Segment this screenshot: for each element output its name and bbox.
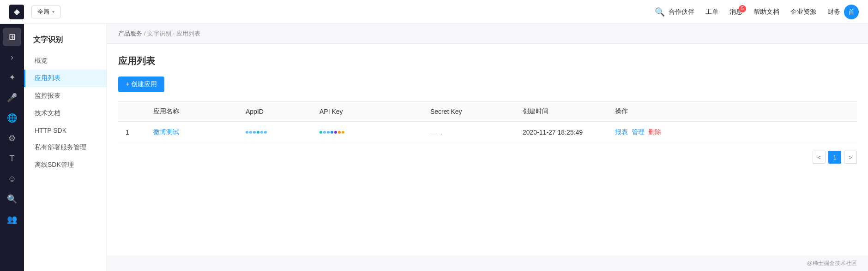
dot: [334, 131, 337, 134]
row-secretkey: — .: [423, 122, 515, 143]
row-app-name: 微博测试: [146, 122, 238, 143]
appid-masked: [246, 131, 305, 134]
breadcrumb: 产品服务 / 文字识别 - 应用列表: [107, 24, 868, 44]
action-delete[interactable]: 删除: [648, 128, 661, 136]
sidebar-icon-people[interactable]: 👥: [3, 210, 21, 229]
nav-item-message[interactable]: 消息 5: [729, 8, 742, 16]
global-selector-label: 全局: [37, 8, 49, 16]
secretkey-masked: — .: [430, 129, 508, 136]
action-report[interactable]: 报表: [615, 128, 628, 136]
header-nav: 合作伙伴 工单 消息 5 帮助文档 企业资源 财务: [669, 8, 840, 16]
col-header-num: [118, 102, 146, 122]
app-name-link[interactable]: 微博测试: [153, 128, 179, 136]
chevron-down-icon: ▾: [52, 9, 54, 14]
dot: [257, 131, 259, 134]
sidebar-item-overview[interactable]: 概览: [24, 52, 107, 70]
row-num: 1: [118, 122, 146, 143]
action-links: 报表 管理 删除: [615, 128, 850, 136]
dot: [327, 131, 330, 134]
dot: [331, 131, 333, 134]
sidebar-icon-globe[interactable]: 🌐: [3, 109, 21, 127]
message-badge: 5: [739, 5, 746, 12]
sidebar-icon-ai[interactable]: ✦: [3, 68, 21, 87]
nav-item-finance[interactable]: 财务: [827, 8, 840, 16]
nav-item-ticket[interactable]: 工单: [705, 8, 718, 16]
row-apikey: [312, 122, 423, 143]
table-header-row: 应用名称 AppID API Key Secret Key 创建时间 操作: [118, 102, 857, 122]
action-manage[interactable]: 管理: [632, 128, 645, 136]
sidebar-item-tech-doc[interactable]: 技术文档: [24, 105, 107, 122]
nav-item-partner[interactable]: 合作伙伴: [669, 8, 694, 16]
sidebar-icon-expand[interactable]: ›: [3, 48, 21, 66]
sidebar-item-monitor[interactable]: 监控报表: [24, 87, 107, 105]
dot: [246, 131, 248, 134]
app-table: 应用名称 AppID API Key Secret Key 创建时间 操作 1 …: [118, 101, 857, 143]
page-content: 应用列表 + 创建应用 应用名称 AppID API Key Secret Ke…: [107, 44, 868, 256]
apikey-masked: [319, 131, 416, 134]
row-created-time: 2020-11-27 18:25:49: [515, 122, 608, 143]
page-footer: @稀土掘金技术社区: [107, 256, 868, 271]
dot: [323, 131, 326, 134]
breadcrumb-item-1[interactable]: 产品服务: [118, 30, 142, 37]
sidebar-icon-tools[interactable]: ⚙: [3, 129, 21, 147]
dot: [319, 131, 322, 134]
logo[interactable]: ◈: [9, 5, 24, 19]
dot: [342, 131, 344, 134]
sidebar-title: 文字识别: [24, 31, 107, 52]
col-header-secretkey: Secret Key: [423, 102, 515, 122]
col-header-app-name: 应用名称: [146, 102, 238, 122]
row-appid: [238, 122, 312, 143]
sidebar-item-http-sdk[interactable]: HTTP SDK: [24, 122, 107, 139]
page-title: 应用列表: [118, 55, 857, 67]
dot: [338, 131, 341, 134]
sidebar-icons: ⊞ › ✦ 🎤 🌐 ⚙ T ☺ 🔍 👥: [0, 24, 24, 271]
sidebar-icon-face[interactable]: ☺: [3, 170, 21, 188]
sidebar-icon-mic[interactable]: 🎤: [3, 88, 21, 107]
global-selector[interactable]: 全局 ▾: [31, 6, 60, 18]
col-header-apikey: API Key: [312, 102, 423, 122]
col-header-time: 创建时间: [515, 102, 608, 122]
nav-item-enterprise[interactable]: 企业资源: [790, 8, 816, 16]
sidebar-item-private-deploy[interactable]: 私有部署服务管理: [24, 139, 107, 156]
content-area: 产品服务 / 文字识别 - 应用列表 应用列表 + 创建应用 应用名称 AppI…: [107, 24, 868, 271]
sidebar-icon-text[interactable]: T: [3, 149, 21, 168]
pagination-page-1[interactable]: 1: [828, 151, 841, 164]
pagination-next[interactable]: >: [844, 151, 857, 164]
sidebar-nav: 文字识别 概览 应用列表 监控报表 技术文档 HTTP SDK 私有部署服务管理…: [24, 24, 107, 271]
footer-text: @稀土掘金技术社区: [807, 260, 857, 266]
dot: [260, 131, 263, 134]
table-row: 1 微博测试: [118, 122, 857, 143]
search-icon[interactable]: 🔍: [655, 7, 665, 17]
dot: [249, 131, 252, 134]
sidebar-item-offline-sdk[interactable]: 离线SDK管理: [24, 156, 107, 174]
pagination: < 1 >: [118, 143, 857, 164]
row-actions: 报表 管理 删除: [608, 122, 857, 143]
sidebar-item-app-list[interactable]: 应用列表: [24, 70, 107, 87]
create-app-button[interactable]: + 创建应用: [118, 77, 164, 92]
main-body: ⊞ › ✦ 🎤 🌐 ⚙ T ☺ 🔍 👥 文字识别 概览 应用列表 监控报表 技术…: [0, 24, 868, 271]
sidebar-icon-search[interactable]: 🔍: [3, 190, 21, 208]
avatar[interactable]: 首: [844, 5, 859, 19]
nav-item-help[interactable]: 帮助文档: [753, 8, 779, 16]
pagination-prev[interactable]: <: [813, 151, 826, 164]
sidebar-icon-dashboard[interactable]: ⊞: [3, 28, 21, 46]
dot: [253, 131, 256, 134]
dot: [264, 131, 267, 134]
col-header-appid: AppID: [238, 102, 312, 122]
breadcrumb-separator: /: [144, 30, 147, 37]
breadcrumb-item-2: 文字识别 - 应用列表: [147, 30, 201, 37]
header: ◈ 全局 ▾ 🔍 合作伙伴 工单 消息 5 帮助文档 企业资源 财务 首: [0, 0, 868, 24]
col-header-action: 操作: [608, 102, 857, 122]
